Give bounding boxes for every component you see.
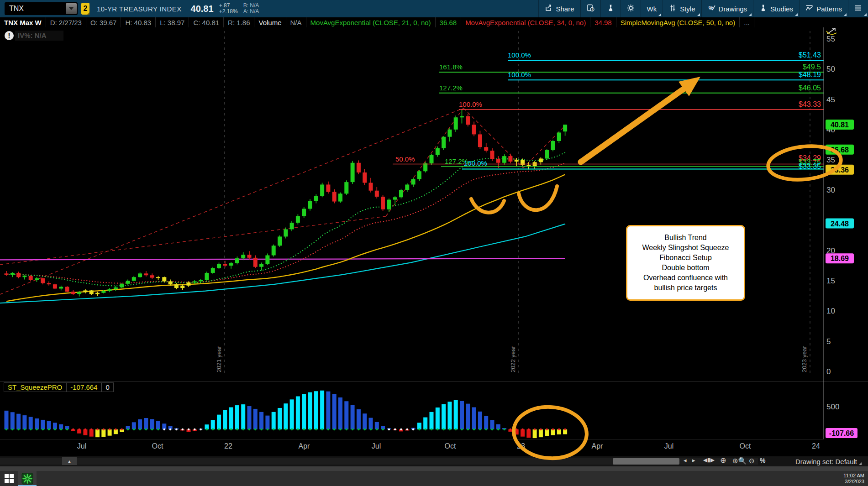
sma-long-magenta-line[interactable] xyxy=(0,258,565,260)
chart-corner-icons[interactable] xyxy=(826,28,836,34)
candle-body xyxy=(187,282,191,286)
flag-badge[interactable]: 2 xyxy=(81,3,89,15)
candle-body xyxy=(490,151,494,159)
squeeze-bar xyxy=(478,412,482,429)
candle-body xyxy=(199,280,203,282)
squeeze-dot xyxy=(297,429,299,431)
squeeze-bar xyxy=(16,414,21,429)
scroll-right-button[interactable]: ▸ xyxy=(692,457,695,464)
horizontal-scrollbar-thumb[interactable] xyxy=(613,458,679,465)
candle-body xyxy=(180,286,184,288)
squeeze-dot xyxy=(248,429,251,431)
toolbar-studies-button[interactable]: Studies xyxy=(753,0,799,17)
study-title[interactable]: ST_SqueezePRO xyxy=(4,382,66,392)
zoom-in-icon[interactable]: ⊕🔍 xyxy=(732,457,747,465)
ema21-dotted-line[interactable] xyxy=(6,152,565,286)
fib-extension-levels[interactable]: 100.0%$51.43161.8%$49.5100.0%$48.19127.2… xyxy=(439,51,824,109)
study-value: -107.664 xyxy=(66,382,101,392)
annotation-line: Overhead confluence with xyxy=(629,273,742,283)
bell-curve-icon xyxy=(826,31,836,34)
squeeze-dot xyxy=(424,429,426,431)
toolbar-report-button[interactable]: i xyxy=(580,0,600,17)
drawing-set-selector[interactable]: Drawing set: Default xyxy=(795,456,862,466)
candle-body xyxy=(168,282,173,285)
squeeze-dot xyxy=(194,429,196,431)
candle-body xyxy=(71,292,75,294)
annotation-line: bullish price targets xyxy=(629,283,742,293)
squeeze-bar xyxy=(138,419,142,429)
squeeze-bar xyxy=(326,392,330,429)
thinkorswim-taskbar-icon[interactable] xyxy=(18,471,37,486)
windows-taskbar: 11:02 AM3/2/2023 xyxy=(0,471,868,486)
squeeze-dot xyxy=(218,429,220,431)
candle-body xyxy=(521,160,525,165)
candle-body xyxy=(557,132,561,141)
panel-collapse-button[interactable]: ▲ xyxy=(62,457,77,465)
candle-body xyxy=(247,255,252,258)
squeeze-dot xyxy=(30,429,32,431)
time-tick-label: Oct xyxy=(740,442,751,450)
toolbar-share-button[interactable]: Share xyxy=(538,0,580,17)
candle-body xyxy=(205,273,209,280)
candle-body xyxy=(83,290,87,292)
candle-body xyxy=(138,273,142,277)
toolbar-analyze-button[interactable] xyxy=(600,0,621,17)
price-badge-label: 33.36 xyxy=(831,166,849,174)
squeeze-dot xyxy=(103,429,105,431)
squeeze-dot xyxy=(437,429,439,431)
price-tick-label: 45 xyxy=(826,95,835,104)
windows-start-icon[interactable] xyxy=(5,474,14,483)
header-segment: Volume xyxy=(254,17,286,27)
squeeze-dot xyxy=(363,429,366,431)
squeeze-bar xyxy=(41,420,45,429)
report-icon: i xyxy=(587,4,594,13)
squeeze-dot xyxy=(552,429,554,431)
svg-text:%: % xyxy=(708,5,713,11)
squeeze-dot xyxy=(145,429,147,431)
symbol-input[interactable]: TNX xyxy=(5,2,78,15)
squeeze-dot xyxy=(491,429,494,431)
squeeze-dot xyxy=(285,429,287,431)
squeeze-dot xyxy=(455,429,457,431)
toolbar-timeframe-button[interactable]: Wk xyxy=(641,0,663,17)
squeeze-bar xyxy=(241,404,245,429)
squeeze-bar xyxy=(472,407,476,429)
candle-body xyxy=(314,196,318,201)
squeeze-dot xyxy=(394,429,396,431)
squeeze-dot xyxy=(181,429,184,431)
time-tick-label: Oct xyxy=(152,442,163,450)
toolbar-menu-button[interactable] xyxy=(848,0,868,17)
symbol-dropdown-caret-icon[interactable] xyxy=(66,3,77,14)
squeeze-dot xyxy=(442,429,445,431)
toolbar-settings-button[interactable] xyxy=(621,0,641,17)
squeeze-dot xyxy=(327,429,330,431)
fib-pct-label: 161.8% xyxy=(439,63,463,71)
squeeze-dot xyxy=(315,429,317,431)
annotation-text-box[interactable]: Bullish TrendWeekly Slingshot SqueezeFib… xyxy=(626,225,745,301)
percent-scale-icon[interactable]: % xyxy=(760,457,765,464)
ema34-dotted-line[interactable] xyxy=(6,163,565,283)
bid-ask: B: N/AA: N/A xyxy=(243,3,259,15)
candle-body xyxy=(150,275,154,277)
main-price-chart[interactable]: 2021 year2022 year2023 year100.0%$51.431… xyxy=(0,27,868,381)
time-tick-label: Jul xyxy=(77,442,86,450)
squeeze-bar xyxy=(29,417,33,429)
zoom-out-icon[interactable]: ⊖ xyxy=(749,457,755,465)
candle-body xyxy=(101,291,105,293)
toolbar-patterns-button[interactable]: Patterns xyxy=(799,0,848,17)
candle-body xyxy=(162,277,166,281)
squeeze-bar xyxy=(95,429,100,437)
squeeze-dot xyxy=(175,429,178,431)
crosshair-icon[interactable]: ⊕ xyxy=(720,456,726,465)
candle-body xyxy=(120,284,124,287)
toolbar-button-label: Patterns xyxy=(816,5,842,13)
price-tick-label: 35 xyxy=(826,156,835,164)
squeeze-dot xyxy=(66,429,68,431)
auto-scroll-icon[interactable]: ◀▮▶ xyxy=(703,457,715,463)
toolbar-drawings-button[interactable]: %Drawings xyxy=(701,0,753,17)
candle-body xyxy=(272,246,276,255)
scroll-left-button[interactable]: ◂ xyxy=(684,457,687,464)
squeeze-study-panel[interactable]: 500-107.66JulOct22AprJulOct23AprJulOct24 xyxy=(0,381,868,456)
toolbar-style-button[interactable]: Style xyxy=(663,0,701,17)
squeeze-bar xyxy=(308,392,312,429)
